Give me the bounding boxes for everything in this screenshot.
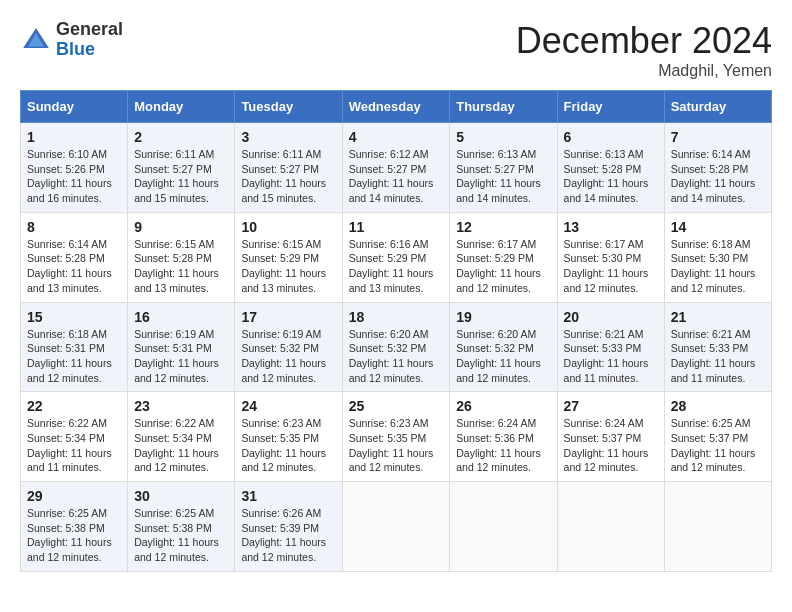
daylight-label: Daylight: 11 hours and 12 minutes. [241, 536, 326, 563]
calendar-cell: 27 Sunrise: 6:24 AM Sunset: 5:37 PM Dayl… [557, 392, 664, 482]
sunset-label: Sunset: 5:28 PM [671, 163, 749, 175]
daylight-label: Daylight: 11 hours and 12 minutes. [456, 357, 541, 384]
day-info: Sunrise: 6:12 AM Sunset: 5:27 PM Dayligh… [349, 147, 444, 206]
calendar-cell: 28 Sunrise: 6:25 AM Sunset: 5:37 PM Dayl… [664, 392, 771, 482]
logo-icon [20, 24, 52, 56]
day-number: 22 [27, 398, 121, 414]
day-info: Sunrise: 6:23 AM Sunset: 5:35 PM Dayligh… [241, 416, 335, 475]
day-number: 4 [349, 129, 444, 145]
calendar-cell [664, 482, 771, 572]
day-info: Sunrise: 6:20 AM Sunset: 5:32 PM Dayligh… [456, 327, 550, 386]
sunset-label: Sunset: 5:38 PM [27, 522, 105, 534]
day-number: 10 [241, 219, 335, 235]
calendar-cell: 16 Sunrise: 6:19 AM Sunset: 5:31 PM Dayl… [128, 302, 235, 392]
day-number: 7 [671, 129, 765, 145]
calendar-cell: 26 Sunrise: 6:24 AM Sunset: 5:36 PM Dayl… [450, 392, 557, 482]
daylight-label: Daylight: 11 hours and 14 minutes. [456, 177, 541, 204]
day-number: 24 [241, 398, 335, 414]
daylight-label: Daylight: 11 hours and 13 minutes. [241, 267, 326, 294]
daylight-label: Daylight: 11 hours and 12 minutes. [134, 536, 219, 563]
daylight-label: Daylight: 11 hours and 12 minutes. [564, 267, 649, 294]
calendar-cell: 6 Sunrise: 6:13 AM Sunset: 5:28 PM Dayli… [557, 123, 664, 213]
sunrise-label: Sunrise: 6:19 AM [134, 328, 214, 340]
day-info: Sunrise: 6:23 AM Sunset: 5:35 PM Dayligh… [349, 416, 444, 475]
day-info: Sunrise: 6:14 AM Sunset: 5:28 PM Dayligh… [671, 147, 765, 206]
calendar-table: SundayMondayTuesdayWednesdayThursdayFrid… [20, 90, 772, 572]
sunrise-label: Sunrise: 6:14 AM [671, 148, 751, 160]
sunrise-label: Sunrise: 6:25 AM [671, 417, 751, 429]
sunset-label: Sunset: 5:33 PM [671, 342, 749, 354]
day-number: 27 [564, 398, 658, 414]
title-block: December 2024 Madghil, Yemen [516, 20, 772, 80]
sunrise-label: Sunrise: 6:21 AM [671, 328, 751, 340]
day-header-friday: Friday [557, 91, 664, 123]
day-number: 28 [671, 398, 765, 414]
day-info: Sunrise: 6:13 AM Sunset: 5:27 PM Dayligh… [456, 147, 550, 206]
calendar-week-row: 22 Sunrise: 6:22 AM Sunset: 5:34 PM Dayl… [21, 392, 772, 482]
calendar-cell: 23 Sunrise: 6:22 AM Sunset: 5:34 PM Dayl… [128, 392, 235, 482]
sunset-label: Sunset: 5:33 PM [564, 342, 642, 354]
day-number: 18 [349, 309, 444, 325]
daylight-label: Daylight: 11 hours and 12 minutes. [241, 447, 326, 474]
sunrise-label: Sunrise: 6:25 AM [134, 507, 214, 519]
sunrise-label: Sunrise: 6:12 AM [349, 148, 429, 160]
day-number: 12 [456, 219, 550, 235]
sunset-label: Sunset: 5:39 PM [241, 522, 319, 534]
daylight-label: Daylight: 11 hours and 12 minutes. [456, 447, 541, 474]
sunset-label: Sunset: 5:32 PM [241, 342, 319, 354]
sunrise-label: Sunrise: 6:13 AM [564, 148, 644, 160]
daylight-label: Daylight: 11 hours and 12 minutes. [241, 357, 326, 384]
sunset-label: Sunset: 5:29 PM [241, 252, 319, 264]
daylight-label: Daylight: 11 hours and 16 minutes. [27, 177, 112, 204]
calendar-cell: 18 Sunrise: 6:20 AM Sunset: 5:32 PM Dayl… [342, 302, 450, 392]
logo: General Blue [20, 20, 123, 60]
calendar-cell: 10 Sunrise: 6:15 AM Sunset: 5:29 PM Dayl… [235, 212, 342, 302]
sunset-label: Sunset: 5:27 PM [456, 163, 534, 175]
day-number: 6 [564, 129, 658, 145]
calendar-cell: 25 Sunrise: 6:23 AM Sunset: 5:35 PM Dayl… [342, 392, 450, 482]
calendar-cell: 29 Sunrise: 6:25 AM Sunset: 5:38 PM Dayl… [21, 482, 128, 572]
day-number: 29 [27, 488, 121, 504]
daylight-label: Daylight: 11 hours and 15 minutes. [134, 177, 219, 204]
day-info: Sunrise: 6:21 AM Sunset: 5:33 PM Dayligh… [564, 327, 658, 386]
calendar-cell: 3 Sunrise: 6:11 AM Sunset: 5:27 PM Dayli… [235, 123, 342, 213]
day-number: 25 [349, 398, 444, 414]
sunrise-label: Sunrise: 6:10 AM [27, 148, 107, 160]
sunrise-label: Sunrise: 6:22 AM [27, 417, 107, 429]
calendar-header-row: SundayMondayTuesdayWednesdayThursdayFrid… [21, 91, 772, 123]
calendar-cell [450, 482, 557, 572]
day-number: 9 [134, 219, 228, 235]
calendar-cell: 12 Sunrise: 6:17 AM Sunset: 5:29 PM Dayl… [450, 212, 557, 302]
sunrise-label: Sunrise: 6:26 AM [241, 507, 321, 519]
sunset-label: Sunset: 5:34 PM [134, 432, 212, 444]
day-number: 31 [241, 488, 335, 504]
calendar-cell: 14 Sunrise: 6:18 AM Sunset: 5:30 PM Dayl… [664, 212, 771, 302]
day-number: 16 [134, 309, 228, 325]
daylight-label: Daylight: 11 hours and 11 minutes. [671, 357, 756, 384]
day-number: 8 [27, 219, 121, 235]
day-info: Sunrise: 6:25 AM Sunset: 5:38 PM Dayligh… [27, 506, 121, 565]
day-header-saturday: Saturday [664, 91, 771, 123]
day-number: 14 [671, 219, 765, 235]
calendar-cell: 17 Sunrise: 6:19 AM Sunset: 5:32 PM Dayl… [235, 302, 342, 392]
day-info: Sunrise: 6:22 AM Sunset: 5:34 PM Dayligh… [27, 416, 121, 475]
sunrise-label: Sunrise: 6:11 AM [134, 148, 214, 160]
calendar-week-row: 1 Sunrise: 6:10 AM Sunset: 5:26 PM Dayli… [21, 123, 772, 213]
day-info: Sunrise: 6:11 AM Sunset: 5:27 PM Dayligh… [241, 147, 335, 206]
day-info: Sunrise: 6:22 AM Sunset: 5:34 PM Dayligh… [134, 416, 228, 475]
day-info: Sunrise: 6:10 AM Sunset: 5:26 PM Dayligh… [27, 147, 121, 206]
calendar-cell: 22 Sunrise: 6:22 AM Sunset: 5:34 PM Dayl… [21, 392, 128, 482]
day-info: Sunrise: 6:17 AM Sunset: 5:29 PM Dayligh… [456, 237, 550, 296]
daylight-label: Daylight: 11 hours and 13 minutes. [134, 267, 219, 294]
day-number: 11 [349, 219, 444, 235]
sunset-label: Sunset: 5:31 PM [134, 342, 212, 354]
sunrise-label: Sunrise: 6:18 AM [671, 238, 751, 250]
day-info: Sunrise: 6:24 AM Sunset: 5:36 PM Dayligh… [456, 416, 550, 475]
sunrise-label: Sunrise: 6:21 AM [564, 328, 644, 340]
sunset-label: Sunset: 5:29 PM [456, 252, 534, 264]
daylight-label: Daylight: 11 hours and 12 minutes. [134, 447, 219, 474]
daylight-label: Daylight: 11 hours and 12 minutes. [456, 267, 541, 294]
calendar-cell: 2 Sunrise: 6:11 AM Sunset: 5:27 PM Dayli… [128, 123, 235, 213]
logo-text: General Blue [56, 20, 123, 60]
calendar-cell: 8 Sunrise: 6:14 AM Sunset: 5:28 PM Dayli… [21, 212, 128, 302]
